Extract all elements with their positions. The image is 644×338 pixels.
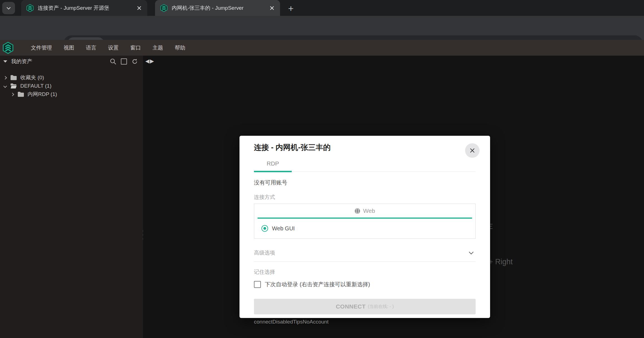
- checkbox-mode-icon[interactable]: [121, 58, 127, 65]
- folder-icon: [18, 92, 24, 97]
- jumpserver-favicon: [26, 4, 34, 12]
- connect-disabled-tip: connectDisabledTipsNoAccount: [254, 319, 476, 325]
- asset-sidebar: 我的资产: [0, 56, 143, 338]
- tab-search-button[interactable]: [2, 2, 15, 14]
- search-icon[interactable]: [110, 58, 116, 65]
- menu-view[interactable]: 视图: [58, 40, 80, 56]
- chevron-right-icon[interactable]: [3, 76, 7, 80]
- folder-icon: [10, 75, 17, 80]
- sidebar-header[interactable]: 我的资产: [0, 56, 143, 67]
- close-tab-icon[interactable]: [134, 3, 144, 13]
- method-tab-label: Web: [363, 208, 375, 214]
- sidebar-collapse-toggle-icon[interactable]: ◀▶: [145, 58, 154, 64]
- auto-login-label: 下次自动登录 (右击资产连接可以重新选择): [265, 281, 370, 288]
- chevron-down-icon[interactable]: [3, 84, 7, 88]
- jumpserver-logo: [2, 41, 14, 54]
- connect-method-box: Web Web GUI: [254, 204, 476, 239]
- open-folder-icon: [10, 83, 17, 89]
- tree-node-label: 收藏夹 (0): [20, 74, 44, 81]
- chevron-right-icon[interactable]: [11, 93, 14, 96]
- dialog-close-button[interactable]: [465, 143, 480, 158]
- tab-rdp[interactable]: RDP: [254, 160, 292, 171]
- tree-node-default[interactable]: DEFAULT (1): [0, 82, 143, 90]
- menu-help[interactable]: 帮助: [169, 40, 191, 56]
- browser-toolbar: ⚠ 不安全 192.168.126.132/luna/?login_to=c83…: [0, 16, 644, 40]
- sidebar-tools: [110, 58, 140, 65]
- menu-file-manager[interactable]: 文件管理: [25, 40, 58, 56]
- tab-title: 连接资产 - JumpServer 开源堡: [38, 4, 134, 12]
- dialog-title: 连接 - 内网机-张三丰的: [254, 142, 476, 152]
- radio-selected-icon[interactable]: [261, 225, 268, 232]
- browser-tab-connect-assets[interactable]: 连接资产 - JumpServer 开源堡: [21, 0, 147, 16]
- refresh-icon[interactable]: [131, 58, 138, 65]
- jumpserver-favicon: [160, 4, 168, 12]
- remember-choice-label: 记住选择: [254, 268, 476, 276]
- chevron-down-icon: [7, 6, 11, 9]
- sidebar-title: 我的资产: [11, 58, 32, 65]
- advanced-options-label: 高级选项: [254, 249, 275, 256]
- tab-title: 内网机-张三丰的 - JumpServer: [172, 4, 267, 12]
- connect-method-label: 连接方式: [254, 194, 476, 201]
- menu-theme[interactable]: 主题: [147, 40, 169, 56]
- protocol-tabs: RDP: [254, 160, 476, 172]
- shortcut-hint-fragment: + Right: [489, 258, 513, 266]
- menu-window[interactable]: 窗口: [124, 40, 147, 56]
- globe-icon: [355, 208, 360, 214]
- menu-language[interactable]: 语言: [80, 40, 102, 56]
- tree-node-label: DEFAULT (1): [20, 83, 51, 89]
- browser-tab-asset-session[interactable]: 内网机-张三丰的 - JumpServer: [155, 0, 280, 16]
- tree-node-rdp[interactable]: 内网RDP (1): [0, 90, 143, 98]
- auto-login-checkbox[interactable]: [254, 281, 261, 288]
- method-option-label: Web GUI: [272, 225, 295, 232]
- method-tab-web[interactable]: Web: [254, 204, 475, 218]
- tab-strip: 连接资产 - JumpServer 开源堡 内网机-张三丰的 - JumpSer…: [0, 0, 644, 16]
- close-tab-icon[interactable]: [267, 3, 277, 13]
- auto-login-row[interactable]: 下次自动登录 (右击资产连接可以重新选择): [254, 281, 476, 288]
- no-account-message: 没有可用账号: [254, 179, 476, 186]
- asset-tree: 收藏夹 (0) DEFAULT (1) 内网RDP (1): [0, 67, 143, 98]
- advanced-options-row[interactable]: 高级选项: [254, 249, 476, 262]
- menu-items: 文件管理 视图 语言 设置 窗口 主题 帮助: [25, 40, 191, 56]
- close-icon: [469, 147, 476, 154]
- tree-node-favorites[interactable]: 收藏夹 (0): [0, 73, 143, 82]
- new-tab-button[interactable]: +: [285, 3, 297, 14]
- connect-dialog: 连接 - 内网机-张三丰的 RDP 没有可用账号 连接方式 Web: [239, 136, 490, 318]
- luna-menubar: 文件管理 视图 语言 设置 窗口 主题 帮助: [0, 40, 644, 56]
- browser-window: 连接资产 - JumpServer 开源堡 内网机-张三丰的 - JumpSer…: [0, 0, 644, 338]
- menu-settings[interactable]: 设置: [102, 40, 124, 56]
- method-option-webgui[interactable]: Web GUI: [254, 219, 475, 238]
- connect-button[interactable]: CONNECT (当前在线: - ): [254, 299, 476, 314]
- caret-down-icon: [3, 60, 7, 63]
- background-text-fragment: 左: [490, 221, 494, 230]
- chevron-down-icon: [469, 250, 474, 255]
- tree-node-label: 内网RDP (1): [28, 91, 57, 98]
